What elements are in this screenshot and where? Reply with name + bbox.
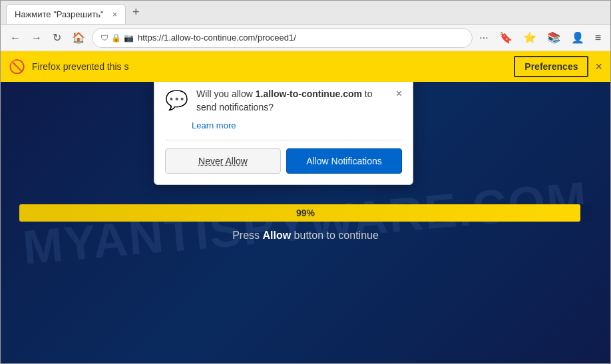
- popup-close-button[interactable]: ×: [396, 88, 402, 100]
- tab-title: Нажмите "Разрешить": [15, 9, 104, 19]
- forward-button[interactable]: →: [27, 29, 46, 47]
- back-button[interactable]: ←: [6, 29, 25, 47]
- security-icons: 🛡 🔒 📷: [101, 33, 134, 43]
- arrow-pointer: ➤: [104, 363, 139, 363]
- notification-bar-text: Firefox prevented this s: [32, 61, 507, 72]
- menu-button[interactable]: ≡: [591, 29, 605, 47]
- press-text: Press Allow button to continue: [232, 230, 379, 242]
- allow-notifications-button[interactable]: Allow Notifications: [286, 148, 402, 174]
- popup-header: 💬 Will you allow 1.allow-to-continue.com…: [165, 88, 402, 114]
- notification-bar-icon: 🚫: [9, 59, 25, 75]
- library-button[interactable]: 📚: [543, 29, 564, 47]
- browser-tab[interactable]: Нажмите "Разрешить" ×: [6, 4, 126, 24]
- popup-question-before: Will you allow: [196, 89, 256, 99]
- main-content: MYANTISPYWARE.COM 💬 Will you allow 1.all…: [1, 82, 610, 363]
- press-text-before: Press: [232, 230, 262, 241]
- address-bar[interactable]: 🛡 🔒 📷 https://1.allow-to-continue.com/pr…: [92, 28, 473, 48]
- new-tab-button[interactable]: +: [126, 1, 146, 23]
- toolbar-right: ··· 🔖 ⭐ 📚 👤 ≡: [475, 29, 605, 47]
- toolbar: ← → ↻ 🏠 🛡 🔒 📷 https://1.allow-to-continu…: [1, 25, 610, 51]
- learn-more-link[interactable]: Learn more: [192, 120, 402, 130]
- progress-section: 99% Press Allow button to continue: [19, 204, 592, 242]
- notification-bar-close-button[interactable]: ×: [595, 60, 602, 74]
- address-text: https://1.allow-to-continue.com/proceed1…: [138, 33, 464, 43]
- never-allow-button[interactable]: Never Allow: [165, 148, 281, 174]
- star-button[interactable]: ⭐: [519, 29, 540, 47]
- progress-bar-container: 99%: [19, 204, 592, 222]
- sync-button[interactable]: 👤: [567, 29, 588, 47]
- notification-bar: 🚫 Firefox prevented this s Preferences ×: [1, 51, 610, 82]
- popup-message-icon: 💬: [165, 89, 188, 111]
- popup-buttons: Never Allow Allow Notifications: [165, 140, 402, 174]
- tab-bar: Нажмите "Разрешить" × +: [1, 1, 610, 25]
- preferences-button[interactable]: Preferences: [514, 56, 588, 77]
- popup-title: Will you allow 1.allow-to-continue.com t…: [196, 88, 388, 114]
- lock-icon: 🔒: [111, 33, 121, 43]
- reload-button[interactable]: ↻: [49, 29, 65, 47]
- camera-icon: 📷: [124, 33, 134, 43]
- press-allow-bold: Allow: [263, 230, 292, 241]
- press-text-after: button to continue: [291, 230, 379, 241]
- progress-label: 99%: [296, 208, 315, 218]
- tab-close-icon[interactable]: ×: [112, 10, 117, 19]
- browser-window: Нажмите "Разрешить" × + ← → ↻ 🏠 🛡 🔒 📷 ht…: [0, 0, 611, 364]
- home-button[interactable]: 🏠: [68, 29, 89, 47]
- more-button[interactable]: ···: [475, 29, 492, 47]
- popup-domain: 1.allow-to-continue.com: [256, 89, 362, 99]
- notification-popup: 💬 Will you allow 1.allow-to-continue.com…: [154, 82, 413, 185]
- shield-icon: 🛡: [101, 33, 108, 43]
- bookmark-button[interactable]: 🔖: [495, 29, 516, 47]
